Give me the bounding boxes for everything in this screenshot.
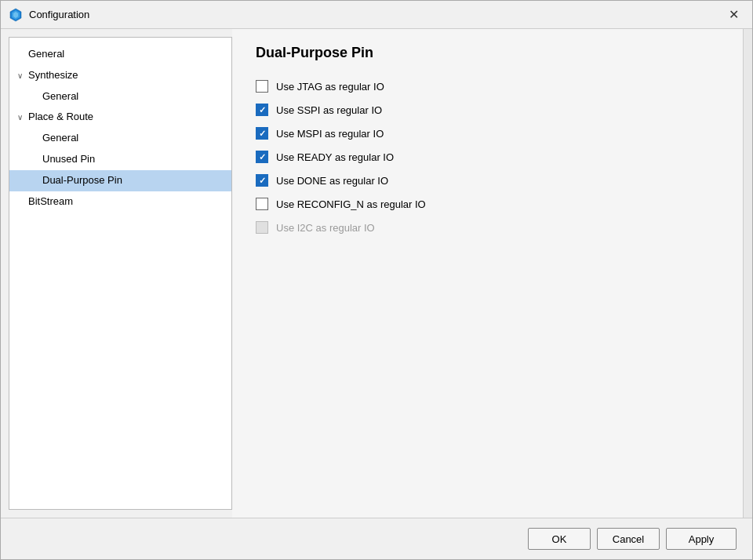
button-bar: OK Cancel Apply [1,518,752,559]
option-row-jtag: Use JTAG as regular IO [256,80,729,93]
option-row-done: ✓Use DONE as regular IO [256,174,729,187]
option-label-reconfig_n: Use RECONFIG_N as regular IO [276,198,426,210]
content-area: General∨ SynthesizeGeneral∨ Place & Rout… [1,29,752,518]
sidebar-label-synthesize: Synthesize [28,69,78,81]
checkbox-jtag[interactable] [256,80,268,93]
checkbox-done[interactable]: ✓ [256,174,268,187]
expand-icon-synthesize: ∨ [17,70,27,82]
check-mark-sspi: ✓ [259,106,266,115]
option-row-ready: ✓Use READY as regular IO [256,151,729,163]
sidebar-label-general: General [28,48,64,60]
sidebar-label-unused-pin: Unused Pin [42,153,95,165]
apply-button[interactable]: Apply [666,528,737,550]
sidebar-item-general[interactable]: General [9,44,231,65]
panel-title: Dual-Purpose Pin [256,45,729,61]
checkbox-mspi[interactable]: ✓ [256,127,268,140]
sidebar-item-dual-purpose-pin[interactable]: Dual-Purpose Pin [9,170,231,191]
configuration-dialog: Configuration ✕ General∨ SynthesizeGener… [0,0,753,560]
sidebar-item-unused-pin[interactable]: Unused Pin [9,149,231,170]
check-mark-ready: ✓ [259,153,266,162]
option-label-jtag: Use JTAG as regular IO [276,81,384,93]
option-label-i2c: Use I2C as regular IO [276,222,375,234]
option-label-sspi: Use SSPI as regular IO [276,104,382,116]
sidebar-item-place-route[interactable]: ∨ Place & Route [9,107,231,128]
cancel-button[interactable]: Cancel [597,528,660,550]
sidebar-label-synthesize-general: General [42,90,78,102]
sidebar-label-place-route: Place & Route [28,111,93,122]
option-row-sspi: ✓Use SSPI as regular IO [256,104,729,116]
sidebar-item-synthesize[interactable]: ∨ Synthesize [9,65,231,86]
sidebar-label-bitstream: BitStream [28,195,73,207]
sidebar-item-place-route-general[interactable]: General [9,128,231,149]
title-bar: Configuration ✕ [1,1,752,29]
sidebar-item-synthesize-general[interactable]: General [9,86,231,107]
right-panel-hint [743,29,752,518]
main-panel: Dual-Purpose Pin Use JTAG as regular IO✓… [232,29,752,518]
check-mark-done: ✓ [259,176,266,185]
option-row-mspi: ✓Use MSPI as regular IO [256,127,729,140]
option-row-reconfig_n: Use RECONFIG_N as regular IO [256,198,729,210]
option-label-mspi: Use MSPI as regular IO [276,128,384,140]
checkbox-ready[interactable]: ✓ [256,151,268,163]
app-icon [9,8,23,22]
close-button[interactable]: ✕ [722,4,744,26]
check-mark-mspi: ✓ [259,129,266,138]
checkbox-i2c [256,221,268,234]
sidebar-tree: General∨ SynthesizeGeneral∨ Place & Rout… [9,37,232,510]
option-label-done: Use DONE as regular IO [276,175,388,187]
options-list: Use JTAG as regular IO✓Use SSPI as regul… [256,80,729,234]
option-label-ready: Use READY as regular IO [276,151,394,163]
option-row-i2c: Use I2C as regular IO [256,221,729,234]
title-bar-left: Configuration [9,8,89,22]
checkbox-sspi[interactable]: ✓ [256,104,268,116]
sidebar-label-place-route-general: General [42,132,78,144]
sidebar-label-dual-purpose-pin: Dual-Purpose Pin [42,174,122,186]
expand-icon-place-route: ∨ [17,111,27,124]
checkbox-reconfig_n[interactable] [256,198,268,210]
ok-button[interactable]: OK [528,528,591,550]
window-title: Configuration [29,9,89,20]
sidebar-item-bitstream[interactable]: BitStream [9,191,231,213]
